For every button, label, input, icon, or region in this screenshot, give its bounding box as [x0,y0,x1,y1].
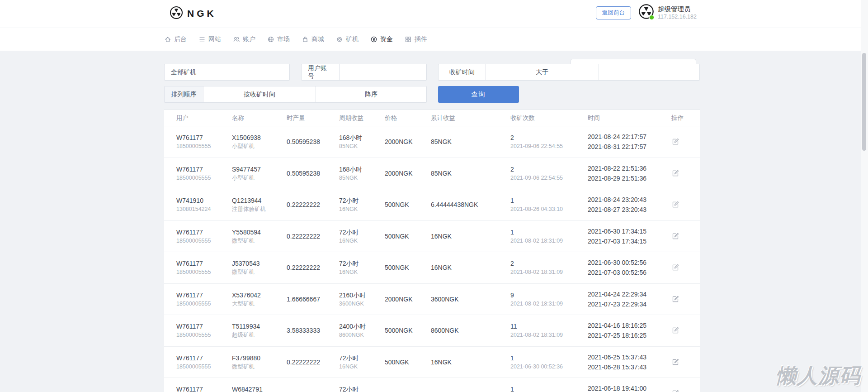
table-row: W761177W684279172小时12021-06-18 19:41:00 [164,378,700,392]
edit-icon[interactable] [671,389,679,392]
edit-icon[interactable] [671,138,679,146]
table-cell: S9477457小型矿机 [232,165,287,182]
column-header: 价格 [385,114,431,122]
table-cell: 72小时16NGK [339,196,385,213]
table-cell: Y5580594微型矿机 [232,228,287,245]
table-cell: 8600NGK [431,326,510,335]
page: NGK 返回前台 超级管理员 117.152.16.182 后台网站账户市场商城… [0,0,868,392]
table-cell: 1 [510,385,588,392]
table-cell: 0.22222222 [287,232,339,241]
nav-item-market[interactable]: 市场 [267,35,290,43]
nav-item-funds[interactable]: 资金 [370,35,393,43]
table-cell: 2160小时3600NGK [339,291,385,308]
sort-direction-select[interactable]: 降序 [316,86,426,102]
table-cell: 2021-04-24 22:29:342021-07-23 22:29:34 [588,289,671,309]
table-cell: 0.22222222 [287,200,339,209]
table-cell: 2021-08-24 22:17:572021-08-31 22:17:57 [588,132,671,152]
nav-item-account[interactable]: 账户 [233,35,255,43]
top-header: NGK 返回前台 超级管理员 117.152.16.182 [0,0,868,28]
query-button[interactable]: 查询 [438,86,519,103]
table-row: W76117718500005555Y5580594微型矿机0.22222222… [164,221,700,253]
nav-item-website[interactable]: 网站 [198,35,221,43]
account-input[interactable] [340,64,426,80]
table-cell: W74191013080154224 [176,196,232,213]
table-row: W76117718500005555X1506938小型矿机0.50595238… [164,126,700,158]
sort-filter-group: 排列顺序 按收矿时间 降序 [164,86,427,103]
table-cell: X1506938小型矿机 [232,133,287,150]
time-value-input[interactable] [599,64,699,80]
nav-item-label: 后台 [174,35,187,43]
table-header-row: 用户名称时产量周期收益价格累计收益收矿次数时间操作 [164,110,700,126]
nav-item-mall[interactable]: 商城 [302,35,324,43]
table-cell: W76117718500005555 [176,291,232,308]
table-cell: 2021-04-16 18:16:252021-07-25 18:16:25 [588,320,671,340]
account-filter-group: 用户账号 [301,64,427,81]
column-header: 周期收益 [339,114,385,122]
nav-item-label: 网站 [208,35,221,43]
shop-icon [302,36,309,43]
table-cell: 2000NGK [385,137,431,146]
table-cell: 72小时16NGK [339,259,385,276]
table-row: W76117718500005555X5376042大型矿机1.66666667… [164,284,700,316]
table-cell: W6842791 [232,385,287,392]
table-cell: 112021-08-02 18:31:09 [510,322,588,339]
table-cell: 2000NGK [385,169,431,178]
nav-item-miner[interactable]: 矿机 [336,35,359,43]
table-cell: 0.22222222 [287,263,339,272]
vertical-scrollbar[interactable] [861,0,868,392]
table-row: W76117718500005555T5119934超级矿机3.58333333… [164,315,700,347]
edit-icon[interactable] [671,232,679,240]
home-icon [164,36,171,43]
table-cell: 500NGK [385,200,431,209]
table-cell: 168小时85NGK [339,133,385,150]
list-icon [198,36,206,43]
nav-item-plugins[interactable]: 插件 [405,35,427,43]
table-cell: 72小时 [339,385,385,392]
nav-item-label: 矿机 [346,35,359,43]
column-header: 操作 [671,114,700,122]
table-cell: 72小时16NGK [339,228,385,245]
column-header: 用户 [176,114,232,122]
column-header: 时间 [588,114,671,122]
avatar[interactable] [638,5,654,20]
table-row: W76117718500005555J5370543微型矿机0.22222222… [164,252,700,284]
user-name: 超级管理员 [658,5,691,14]
nav-item-label: 资金 [380,35,393,43]
table-cell: 3.58333333 [287,326,339,335]
nav-item-label: 商城 [311,35,324,43]
brand-logo: NGK [170,6,217,21]
table-cell: 0.22222222 [287,358,339,367]
table-cell: 22021-08-02 18:31:09 [510,259,588,276]
table-cell: 500NGK [385,232,431,241]
edit-icon[interactable] [671,169,679,177]
edit-icon[interactable] [671,263,679,272]
table-cell: 0.50595238 [287,169,339,178]
column-header: 时产量 [287,114,339,122]
nav-item-label: 账户 [243,35,255,43]
scrollbar-thumb[interactable] [862,53,866,151]
sort-field-select[interactable]: 按收矿时间 [203,86,316,102]
mine-time-label: 收矿时间 [439,64,486,80]
edit-icon[interactable] [671,326,679,335]
gear-icon [336,36,343,43]
edit-icon[interactable] [671,295,679,303]
edit-icon[interactable] [671,201,679,209]
ngk-logo-icon [170,6,183,21]
back-to-front-button[interactable]: 返回前台 [596,6,631,19]
table-cell: 16NGK [431,263,510,272]
nav-item-backend[interactable]: 后台 [164,35,187,43]
table-cell: J5370543微型矿机 [232,259,287,276]
table-cell: W76117718500005555 [176,228,232,245]
time-operator-select[interactable]: 大于 [486,64,599,80]
users-icon [233,36,240,43]
miners-table: 用户名称时产量周期收益价格累计收益收矿次数时间操作 W7611771850000… [164,110,700,392]
edit-icon[interactable] [671,358,679,366]
grid-icon [405,36,412,43]
table-row: W76117718500005555S9477457小型矿机0.50595238… [164,158,700,190]
table-cell: 2021-06-18 19:41:00 [588,383,671,392]
nav-item-label: 市场 [277,35,290,43]
table-cell: 22021-09-06 22:54:55 [510,165,588,182]
table-cell: 500NGK [385,358,431,367]
miner-type-select[interactable]: 全部矿机 [164,64,290,81]
table-cell: F3799880微型矿机 [232,354,287,371]
